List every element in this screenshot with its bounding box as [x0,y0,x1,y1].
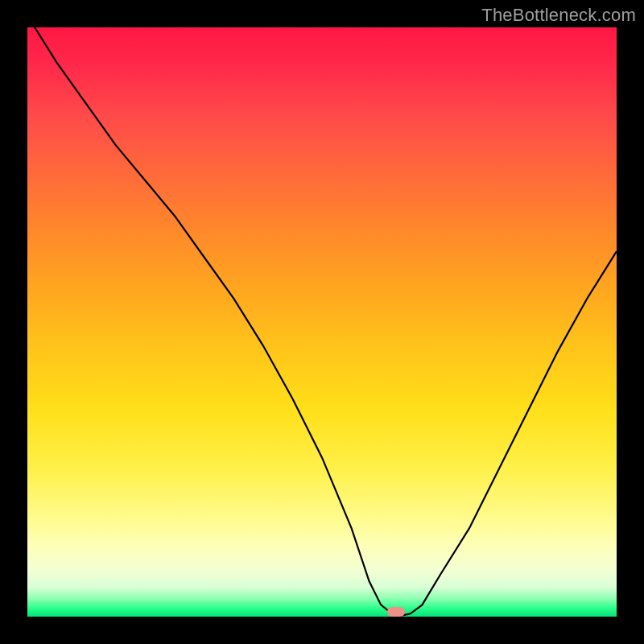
plot-area [27,27,617,617]
watermark-text: TheBottleneck.com [481,5,636,26]
curve-path [27,27,617,617]
optimal-point-marker [387,607,405,617]
bottleneck-curve [27,27,617,617]
chart-frame: TheBottleneck.com [0,0,644,644]
